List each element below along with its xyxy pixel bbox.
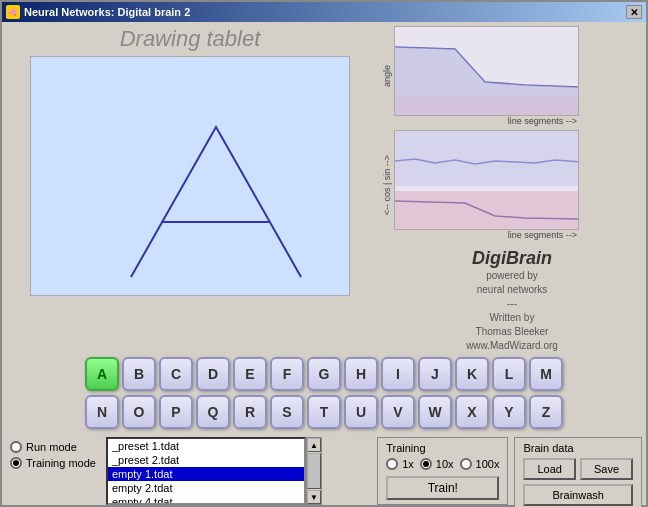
digibrain-line6: www.MadWizard.org [382, 339, 642, 353]
top-chart-xlabel: line segments --> [394, 116, 579, 126]
mode-panel: Run mode Training mode [6, 437, 100, 473]
key-f[interactable]: F [270, 357, 304, 391]
key-t[interactable]: T [307, 395, 341, 429]
svg-marker-6 [395, 131, 579, 186]
bottom-chart-xlabel: line segments --> [394, 230, 579, 240]
brain-data-panel: Brain data Load Save Brainwash [514, 437, 642, 507]
key-h[interactable]: H [344, 357, 378, 391]
key-w[interactable]: W [418, 395, 452, 429]
app-icon: 🧠 [6, 5, 20, 19]
key-k[interactable]: K [455, 357, 489, 391]
bottom-chart-ylabel: <-- cos | sin --> [382, 155, 392, 215]
keyboard-row-1: ABCDEFGHIJKLM [85, 357, 563, 391]
digibrain-title: DigiBrain [382, 248, 642, 269]
file-item[interactable]: empty 4.tdat [108, 495, 304, 505]
digibrain-line2: neural networks [382, 283, 642, 297]
run-mode-option[interactable]: Run mode [10, 441, 96, 453]
training-radios: 1x 10x 100x [386, 458, 499, 470]
title-bar: 🧠 Neural Networks: Digital brain 2 ✕ [2, 2, 646, 22]
bottom-section: Run mode Training mode _preset 1.tdat_pr… [6, 433, 642, 507]
run-mode-label: Run mode [26, 441, 77, 453]
key-q[interactable]: Q [196, 395, 230, 429]
training-mode-radio[interactable] [10, 457, 22, 469]
bottom-chart-wrapper: <-- cos | sin --> [382, 130, 642, 240]
save-button[interactable]: Save [580, 458, 633, 480]
key-e[interactable]: E [233, 357, 267, 391]
key-v[interactable]: V [381, 395, 415, 429]
file-item[interactable]: _preset 2.tdat [108, 453, 304, 467]
key-m[interactable]: M [529, 357, 563, 391]
digibrain-line5: Thomas Bleeker [382, 325, 642, 339]
file-scrollbar[interactable]: ▲ ▼ [306, 437, 322, 505]
file-item[interactable]: empty 2.tdat [108, 481, 304, 495]
title-bar-title: 🧠 Neural Networks: Digital brain 2 [6, 5, 190, 19]
file-item[interactable]: empty 1.tdat [108, 467, 304, 481]
key-d[interactable]: D [196, 357, 230, 391]
keyboard-row-2: NOPQRSTUVWXYZ [85, 395, 563, 429]
key-s[interactable]: S [270, 395, 304, 429]
main-window: 🧠 Neural Networks: Digital brain 2 ✕ Dra… [0, 0, 648, 507]
svg-marker-5 [395, 191, 579, 230]
file-listbox[interactable]: _preset 1.tdat_preset 2.tdatempty 1.tdat… [106, 437, 306, 505]
digibrain-info: DigiBrain powered by neural networks ---… [382, 248, 642, 353]
training-10x-option[interactable]: 10x [420, 458, 454, 470]
key-c[interactable]: C [159, 357, 193, 391]
right-panel: angle line segments [382, 26, 642, 353]
key-a[interactable]: A [85, 357, 119, 391]
brain-data-title: Brain data [523, 442, 633, 454]
brainwash-button[interactable]: Brainwash [523, 484, 633, 506]
key-g[interactable]: G [307, 357, 341, 391]
training-10x-label: 10x [436, 458, 454, 470]
drawing-title: Drawing tablet [120, 26, 261, 52]
training-panel-title: Training [386, 442, 499, 454]
file-list-scroll-container: _preset 1.tdat_preset 2.tdatempty 1.tdat… [106, 437, 371, 505]
training-panel: Training 1x 10x 100x Train! [377, 437, 508, 505]
training-100x-radio[interactable] [460, 458, 472, 470]
drawing-area: Drawing tablet [6, 26, 374, 353]
brain-btn-row: Load Save [523, 458, 633, 480]
top-section: Drawing tablet angle [6, 26, 642, 353]
close-button[interactable]: ✕ [626, 5, 642, 19]
scroll-thumb[interactable] [307, 453, 321, 489]
digibrain-line3: --- [382, 297, 642, 311]
key-i[interactable]: I [381, 357, 415, 391]
key-j[interactable]: J [418, 357, 452, 391]
training-1x-radio[interactable] [386, 458, 398, 470]
key-r[interactable]: R [233, 395, 267, 429]
key-o[interactable]: O [122, 395, 156, 429]
training-100x-label: 100x [476, 458, 500, 470]
top-chart-wrapper: angle line segments [382, 26, 642, 126]
training-100x-option[interactable]: 100x [460, 458, 500, 470]
training-10x-radio[interactable] [420, 458, 432, 470]
svg-marker-3 [395, 97, 579, 116]
digibrain-line4: Written by [382, 311, 642, 325]
bottom-chart [394, 130, 579, 230]
window-title: Neural Networks: Digital brain 2 [24, 6, 190, 18]
training-1x-label: 1x [402, 458, 414, 470]
main-content: Drawing tablet angle [2, 22, 646, 507]
digibrain-line1: powered by [382, 269, 642, 283]
key-x[interactable]: X [455, 395, 489, 429]
training-1x-option[interactable]: 1x [386, 458, 414, 470]
top-chart-ylabel: angle [382, 65, 392, 87]
file-list-panel: _preset 1.tdat_preset 2.tdatempty 1.tdat… [106, 437, 371, 505]
key-l[interactable]: L [492, 357, 526, 391]
load-button[interactable]: Load [523, 458, 575, 480]
scroll-up-arrow[interactable]: ▲ [307, 438, 321, 452]
keyboard-section: ABCDEFGHIJKLM NOPQRSTUVWXYZ [6, 353, 642, 433]
file-item[interactable]: _preset 1.tdat [108, 439, 304, 453]
key-y[interactable]: Y [492, 395, 526, 429]
drawing-canvas[interactable] [30, 56, 350, 296]
train-button[interactable]: Train! [386, 476, 499, 500]
top-chart [394, 26, 579, 116]
key-n[interactable]: N [85, 395, 119, 429]
key-z[interactable]: Z [529, 395, 563, 429]
training-mode-label: Training mode [26, 457, 96, 469]
training-mode-option[interactable]: Training mode [10, 457, 96, 469]
key-b[interactable]: B [122, 357, 156, 391]
key-p[interactable]: P [159, 395, 193, 429]
key-u[interactable]: U [344, 395, 378, 429]
scroll-down-arrow[interactable]: ▼ [307, 490, 321, 504]
run-mode-radio[interactable] [10, 441, 22, 453]
